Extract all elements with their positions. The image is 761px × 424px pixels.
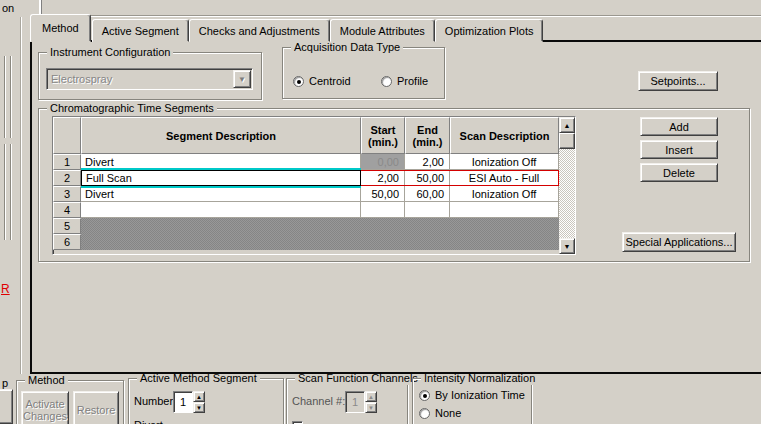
- segment-description-cell[interactable]: Divert: [81, 154, 361, 170]
- activate-changes-button[interactable]: Activate Changes: [21, 391, 69, 424]
- segment-name-partial: Divert: [134, 419, 163, 424]
- down-arrow-icon[interactable]: ▼: [365, 402, 377, 413]
- time-segments-group: Chromatographic Time Segments Segment De…: [38, 108, 750, 262]
- radio-label: Centroid: [309, 75, 351, 87]
- left-panel-fragment: [10, 56, 12, 138]
- radio-icon[interactable]: [381, 76, 392, 87]
- start-cell[interactable]: 0,00: [361, 154, 405, 170]
- end-cell[interactable]: 2,00: [405, 154, 450, 170]
- row-cells: Divert0,002,00Ionization Off: [81, 154, 559, 170]
- end-cell[interactable]: [405, 202, 450, 218]
- radio-icon[interactable]: [419, 390, 430, 401]
- start-header[interactable]: Start (min.): [361, 117, 405, 154]
- scan-description-cell[interactable]: ESI Auto - Full: [450, 170, 559, 186]
- scan-description-cell[interactable]: Ionization Off: [450, 154, 559, 170]
- partial-group-label: p: [2, 377, 8, 389]
- scrollbar-track[interactable]: [559, 149, 575, 238]
- start-cell[interactable]: 50,00: [361, 186, 405, 202]
- scan-function-channels-group: Scan Function Channels Channel #: 1 ▲ ▼ …: [286, 378, 408, 424]
- table-row: 5: [53, 218, 559, 234]
- delete-button[interactable]: Delete: [640, 163, 718, 182]
- end-header[interactable]: End (min.): [405, 117, 450, 154]
- tab-method[interactable]: Method: [30, 14, 91, 42]
- group-label: Chromatographic Time Segments: [47, 102, 217, 115]
- left-panel-fragment: [4, 144, 6, 240]
- radio-label: Profile: [397, 75, 428, 87]
- tab-checks-and-adjustments[interactable]: Checks and Adjustments: [189, 19, 330, 42]
- end-cell[interactable]: 60,00: [405, 186, 450, 202]
- tab-optimization-plots[interactable]: Optimization Plots: [435, 19, 544, 42]
- time-segments-table: Segment Description Start (min.) End (mi…: [52, 116, 576, 255]
- radio-icon[interactable]: [419, 408, 430, 419]
- scan-description-cell[interactable]: [450, 202, 559, 218]
- special-applications-button[interactable]: Special Applications...: [622, 232, 736, 252]
- up-arrow-icon[interactable]: ▲: [559, 117, 575, 133]
- segment-description-cell[interactable]: Divert: [81, 186, 361, 202]
- up-arrow-icon[interactable]: ▲: [193, 391, 205, 402]
- row-number-cell[interactable]: 6: [53, 234, 81, 250]
- row-cells: [81, 202, 559, 218]
- channel-label: Channel #:: [292, 395, 345, 407]
- add-button[interactable]: Add: [640, 117, 718, 136]
- scan-description-header[interactable]: Scan Description: [450, 117, 559, 154]
- start-cell[interactable]: 2,00: [361, 170, 405, 186]
- spinner-value: 1: [345, 391, 365, 413]
- empty-grid-area: [81, 218, 559, 234]
- row-cells: Full Scan2,0050,00ESI Auto - Full: [81, 170, 559, 186]
- radio-by-ionization-time[interactable]: By Ionization Time: [419, 389, 525, 401]
- table-header-row: Segment Description Start (min.) End (mi…: [53, 117, 559, 154]
- row-number-cell[interactable]: 4: [53, 202, 81, 218]
- setpoints-button[interactable]: Setpoints...: [638, 71, 718, 91]
- table-row: 2Full Scan2,0050,00ESI Auto - Full: [53, 170, 559, 186]
- acquisition-data-type-group: Acquisition Data Type Centroid Profile: [282, 47, 445, 99]
- partial-red-text: R: [1, 282, 10, 296]
- row-number-cell[interactable]: 3: [53, 186, 81, 202]
- tab-active-segment[interactable]: Active Segment: [92, 19, 189, 42]
- down-arrow-icon[interactable]: ▼: [193, 402, 205, 413]
- intensity-normalization-group: Intensity Normalization By Ionization Ti…: [412, 378, 532, 424]
- group-label: Instrument Configuration: [47, 46, 173, 59]
- row-number-cell[interactable]: 5: [53, 218, 81, 234]
- left-panel-fragment: [4, 56, 6, 138]
- table-row: 1Divert0,002,00Ionization Off: [53, 154, 559, 170]
- tab-module-attributes[interactable]: Module Attributes: [330, 19, 435, 42]
- group-label: Method: [25, 374, 68, 387]
- insert-button[interactable]: Insert: [640, 140, 718, 159]
- radio-label: By Ionization Time: [435, 389, 525, 401]
- radio-profile[interactable]: Profile: [381, 75, 428, 87]
- corner-header-cell[interactable]: [53, 117, 81, 154]
- segment-description-cell[interactable]: Full Scan: [81, 170, 361, 186]
- row-number-cell[interactable]: 1: [53, 154, 81, 170]
- end-cell[interactable]: 50,00: [405, 170, 450, 186]
- active-method-segment-group: Active Method Segment Number: 1 ▲ ▼ Dive…: [128, 378, 284, 424]
- row-number-cell[interactable]: 2: [53, 170, 81, 186]
- segment-number-spinner[interactable]: 1 ▲ ▼: [173, 391, 205, 413]
- table-row: 4: [53, 202, 559, 218]
- scrollbar-thumb[interactable]: [559, 133, 575, 149]
- page-left-edge: [20, 17, 22, 374]
- instrument-configuration-group: Instrument Configuration Electrospray ▼: [38, 52, 262, 100]
- left-panel-fragment: [10, 144, 12, 240]
- bottom-method-group: Method Activate Changes Restore: [16, 380, 124, 424]
- restore-button[interactable]: Restore: [73, 391, 119, 424]
- method-tab-page: Instrument Configuration Electrospray ▼ …: [30, 40, 761, 374]
- start-cell[interactable]: [361, 202, 405, 218]
- up-arrow-icon[interactable]: ▲: [365, 391, 377, 402]
- vertical-scrollbar[interactable]: ▲ ▼: [559, 117, 575, 254]
- radio-none[interactable]: None: [419, 407, 461, 419]
- spinner-value[interactable]: 1: [173, 391, 193, 413]
- number-label: Number:: [134, 395, 176, 407]
- channel-number-spinner[interactable]: 1 ▲ ▼: [345, 391, 377, 413]
- chevron-down-icon[interactable]: ▼: [233, 70, 251, 88]
- partial-button-fragment[interactable]: [0, 389, 13, 424]
- down-arrow-icon[interactable]: ▼: [559, 238, 575, 254]
- radio-icon[interactable]: [293, 76, 304, 87]
- group-label: Acquisition Data Type: [291, 41, 403, 54]
- method-tab-strip: MethodActive SegmentChecks and Adjustmen…: [30, 14, 543, 42]
- radio-centroid[interactable]: Centroid: [293, 75, 351, 87]
- instrument-configuration-combobox[interactable]: Electrospray ▼: [46, 68, 253, 90]
- scan-description-cell[interactable]: Ionization Off: [450, 186, 559, 202]
- segment-description-header[interactable]: Segment Description: [81, 117, 361, 154]
- application-window: on R MethodActive SegmentChecks and Adju…: [0, 0, 761, 424]
- segment-description-cell[interactable]: [81, 202, 361, 218]
